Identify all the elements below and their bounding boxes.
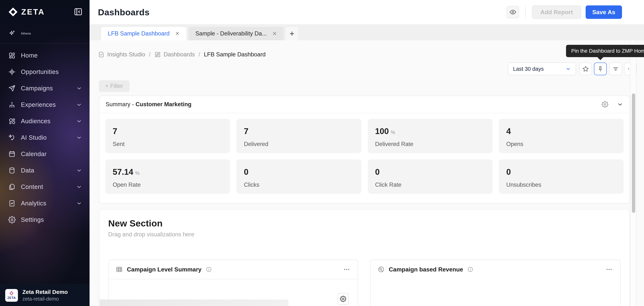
metric-label: Sent — [113, 141, 222, 147]
topbar-actions: Add Report Save As — [507, 6, 622, 19]
chevron-down-icon[interactable] — [617, 101, 623, 108]
tab-sample-deliverability[interactable]: Sample - Deliverability Da... ✕ — [188, 27, 284, 40]
gear-icon — [8, 216, 16, 223]
sidebar-collapse-icon[interactable] — [74, 7, 83, 17]
tab-lfb-sample-dashboard[interactable]: LFB Sample Dashboard ✕ — [101, 27, 186, 40]
viz-card-title: Campaign based Revenue — [389, 266, 463, 273]
app-root: ZETA Athena Home Opportunities Camp — [0, 0, 644, 306]
sidebar-item-label: Athena — [21, 32, 31, 35]
breadcrumb-label: Insights Studio — [107, 51, 145, 58]
report-chart-icon — [8, 200, 16, 207]
metric-tile-opens: 4 Opens — [499, 119, 624, 153]
add-filter-button[interactable]: + Filter — [99, 80, 130, 92]
sitemap-icon — [8, 101, 16, 109]
metric-label: Unsubscribes — [506, 181, 616, 188]
filter-lines-button[interactable] — [609, 63, 622, 75]
sidebar-item-label: Calendar — [21, 150, 47, 158]
sidebar-item-ai-studio[interactable]: AI Studio — [0, 129, 90, 146]
summary-title-prefix: Summary - — [106, 101, 134, 108]
sidebar-item-content[interactable]: Content — [0, 179, 90, 195]
sidebar-item-analytics[interactable]: Analytics — [0, 195, 90, 211]
table-icon — [116, 266, 123, 273]
breadcrumb-separator: / — [198, 51, 200, 58]
section-subtitle: Drag and drop visualizations here — [108, 231, 621, 238]
breadcrumb-insights-studio[interactable]: Insights Studio — [98, 51, 145, 58]
sidebar-item-opportunities[interactable]: Opportunities — [0, 64, 90, 80]
more-options-icon[interactable] — [342, 265, 351, 273]
sidebar-item-label: Home — [21, 52, 38, 59]
pin-tooltip: Pin the Dashboard to ZMP Home — [566, 45, 644, 57]
main-area: Dashboards Add Report Save As LFB Sample… — [90, 0, 644, 306]
sidebar-item-experiences[interactable]: Experiences — [0, 97, 90, 113]
chevron-down-icon — [76, 85, 82, 91]
org-name: Zeta Retail Demo — [22, 289, 68, 295]
visualization-row: Campaign Level Summary Campaign based Re… — [108, 259, 621, 306]
sidebar-item-data[interactable]: Data — [0, 162, 90, 179]
info-icon — [206, 266, 212, 272]
breadcrumb: Insights Studio / Dashboards / LFB Sampl… — [98, 51, 266, 58]
tab-label: Sample - Deliverability Da... — [195, 30, 266, 37]
breadcrumb-current: LFB Sample Dashboard — [204, 51, 266, 58]
sidebar-item-athena[interactable]: Athena — [0, 25, 90, 42]
viz-card-campaign-based-revenue: Campaign based Revenue — [370, 259, 621, 306]
sidebar-item-campaigns[interactable]: Campaigns — [0, 80, 90, 97]
section-title: New Section — [108, 218, 621, 228]
metric-suffix: % — [135, 170, 140, 176]
gear-icon[interactable] — [602, 101, 608, 108]
sidebar-item-settings[interactable]: Settings — [0, 211, 90, 228]
save-as-button[interactable]: Save As — [586, 6, 622, 19]
home-grid-icon — [8, 52, 16, 59]
chevron-down-icon — [76, 184, 82, 190]
sidebar-item-calendar[interactable]: Calendar — [0, 146, 90, 162]
metric-tile-clicks: 0 Clicks — [236, 159, 361, 194]
target-icon — [8, 68, 16, 76]
calendar-icon — [8, 150, 16, 158]
pin-dashboard-button[interactable] — [594, 63, 607, 75]
send-icon — [8, 85, 16, 92]
sidebar-item-audiences[interactable]: Audiences — [0, 113, 90, 129]
gear-icon — [340, 296, 346, 302]
close-icon[interactable]: ✕ — [175, 31, 180, 37]
preview-eye-button[interactable] — [507, 6, 519, 18]
favorite-star-button[interactable] — [579, 63, 592, 75]
sidebar-item-label: Opportunities — [21, 68, 59, 75]
breadcrumb-dashboards[interactable]: Dashboards — [154, 51, 195, 58]
toolbar-divider — [525, 6, 526, 18]
breadcrumb-label: Dashboards — [164, 51, 195, 58]
page-title: Dashboards — [98, 7, 150, 17]
scrollbar-thumb[interactable] — [632, 93, 635, 213]
chevron-down-icon — [76, 118, 82, 124]
eye-icon — [509, 9, 516, 16]
sidebar-item-home[interactable]: Home — [0, 47, 90, 64]
org-zeta-badge: ZETA — [5, 289, 18, 302]
add-report-button[interactable]: Add Report — [532, 6, 581, 19]
metric-label: Delivered Rate — [375, 141, 485, 147]
more-options-icon[interactable] — [605, 265, 613, 273]
metric-tile-unsubscribes: 0 Unsubscribes — [499, 159, 624, 194]
org-switcher[interactable]: ZETA Zeta Retail Demo zeta-retail-demo — [0, 284, 90, 306]
close-icon[interactable]: ✕ — [272, 31, 277, 37]
metric-suffix: % — [391, 130, 395, 135]
add-tab-button[interactable]: + — [286, 27, 298, 40]
sidebar-item-label: Content — [21, 183, 43, 190]
viz-settings-button[interactable] — [338, 293, 348, 305]
summary-card-header: Summary - Customer Marketing — [99, 96, 630, 113]
logo-row: ZETA — [0, 0, 90, 24]
chevron-down-icon — [76, 200, 82, 206]
loading-strip — [100, 299, 288, 306]
viz-card-title: Campaign Level Summary — [127, 266, 202, 273]
summary-actions — [602, 101, 623, 108]
metric-label: Opens — [506, 141, 616, 147]
sidebar-item-label: Audiences — [21, 118, 50, 125]
zeta-logo-icon — [8, 7, 18, 17]
breadcrumb-separator: / — [149, 51, 150, 58]
sidebar-item-label: Data — [21, 167, 34, 174]
date-range-select[interactable]: Last 30 days — [508, 63, 576, 75]
dashboards-grid-icon — [154, 51, 161, 58]
pages-icon — [8, 183, 16, 191]
org-slug: zeta-retail-demo — [22, 296, 68, 302]
metric-tile-open-rate: 57.14% Open Rate — [105, 159, 230, 194]
org-meta: Zeta Retail Demo zeta-retail-demo — [22, 289, 68, 302]
metric-value: 0 — [506, 167, 616, 177]
sidebar-item-label: Analytics — [21, 200, 46, 207]
